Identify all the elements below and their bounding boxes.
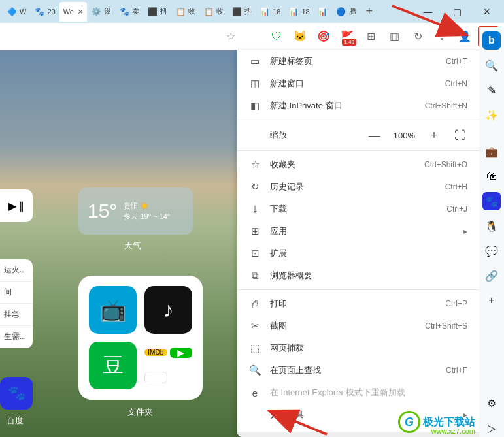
menu-print[interactable]: ⎙打印Ctrl+P <box>237 293 479 315</box>
link-icon[interactable]: 🔗 <box>482 267 501 285</box>
zoom-in-button[interactable]: + <box>427 128 441 142</box>
print-icon: ⎙ <box>249 299 261 310</box>
share-icon[interactable]: ⇪ <box>431 26 452 47</box>
menu-new-inprivate[interactable]: ◧新建 InPrivate 窗口Ctrl+Shift+N <box>237 95 479 117</box>
sidebar-collapse-icon[interactable]: ▷ <box>482 419 501 437</box>
star-icon[interactable]: ☆ <box>220 26 241 47</box>
settings-menu: ▭新建标签页Ctrl+T ◫新建窗口Ctrl+N ◧新建 InPrivate 窗… <box>237 50 479 437</box>
tab[interactable]: 📊 <box>314 2 332 22</box>
app-group[interactable]: IMDb ▶ ▶ <box>144 342 192 389</box>
list-item[interactable]: 挂急 <box>0 304 33 326</box>
app-douban[interactable]: 豆 <box>89 342 137 389</box>
tab[interactable]: 🐾20 <box>30 2 59 22</box>
extension-icon: ⊡ <box>249 248 261 259</box>
menu-browser-overview[interactable]: ⧉浏览器概要 <box>237 265 479 287</box>
menu-new-tab[interactable]: ▭新建标签页Ctrl+T <box>237 50 479 73</box>
baidu-label: 百度 <box>7 415 24 427</box>
menu-favorites[interactable]: ☆收藏夹Ctrl+Shift+O <box>237 154 479 176</box>
window-icon: ◫ <box>249 78 261 89</box>
briefcase-icon[interactable]: 💼 <box>482 142 501 161</box>
sidebar-plus-button[interactable]: + <box>482 291 501 310</box>
baidu-app-icon[interactable]: 🐾 <box>0 377 33 410</box>
sparkle-icon[interactable]: ✨ <box>482 106 501 124</box>
tab[interactable]: 🔷W <box>3 2 30 22</box>
tab[interactable]: 🐾卖 <box>115 2 143 22</box>
collections-icon[interactable]: ▥ <box>384 26 405 47</box>
tab[interactable]: 🔵腾 <box>332 2 360 22</box>
zoom-out-button[interactable]: — <box>367 128 382 142</box>
history-toolbar-icon[interactable]: ↻ <box>407 26 428 47</box>
extensions-icon[interactable]: ⊞ <box>360 26 381 47</box>
news-widget[interactable]: 运火.. 间 挂急 生需... <box>0 259 33 348</box>
bing-icon[interactable]: b <box>482 31 501 50</box>
new-tab-button[interactable]: + <box>360 3 378 21</box>
media-widget[interactable]: ▶ ∥ <box>0 189 33 222</box>
download-icon: ⭳ <box>249 204 261 215</box>
menu-extensions[interactable]: ⊡扩展 <box>237 242 479 265</box>
chevron-right-icon: ▸ <box>463 227 467 236</box>
minimize-button[interactable]: — <box>413 2 443 22</box>
menu-downloads[interactable]: ⭳下载Ctrl+J <box>237 198 479 220</box>
menu-web-capture[interactable]: ⬚网页捕获 <box>237 337 479 359</box>
tab[interactable]: ⬛抖 <box>227 2 256 22</box>
compose-icon[interactable]: ✎ <box>482 81 501 99</box>
flag-icon[interactable]: 🚩1.40 <box>337 26 358 47</box>
search-icon[interactable]: 🔍 <box>482 56 501 74</box>
watermark-logo: G <box>398 411 420 433</box>
zoom-value: 100% <box>394 131 415 140</box>
edge-sidebar: b 🔍 ✎ ✨ 💼 🛍 🐾 🐧 💬 🔗 + ⚙ ▷ <box>479 27 504 437</box>
chat-icon[interactable]: 💬 <box>482 242 501 260</box>
list-item[interactable]: 间 <box>0 282 33 304</box>
pulse-icon: ⧉ <box>249 270 261 282</box>
tab[interactable]: 📊18 <box>284 2 313 22</box>
menu-new-window[interactable]: ◫新建窗口Ctrl+N <box>237 73 479 95</box>
tab[interactable]: 📋收 <box>171 2 199 22</box>
menu-ie-mode: e在 Internet Explorer 模式下重新加载 <box>237 381 479 404</box>
history-icon: ↻ <box>249 181 261 193</box>
sidebar-settings-icon[interactable]: ⚙ <box>482 394 501 412</box>
find-icon: 🔍 <box>249 364 261 376</box>
list-item[interactable]: 生需... <box>0 326 33 348</box>
shopping-icon[interactable]: 🛍 <box>482 167 501 186</box>
menu-zoom: 缩放 — 100% + ⛶ <box>237 123 479 148</box>
toolbar: ☆ 🛡 🐱 🎯 🚩1.40 ⊞ ▥ ↻ ⇪ 👤 ⋯ <box>0 23 504 50</box>
ie-icon: e <box>249 387 261 398</box>
target-icon[interactable]: 🎯 <box>313 26 334 47</box>
temperature: 15° <box>88 200 117 222</box>
tab[interactable]: ⬛抖 <box>143 2 171 22</box>
close-window-button[interactable]: ✕ <box>472 2 501 22</box>
menu-find[interactable]: 🔍在页面上查找Ctrl+F <box>237 359 479 381</box>
cat-icon[interactable]: 🐱 <box>290 26 311 47</box>
fullscreen-button[interactable]: ⛶ <box>453 128 467 142</box>
screenshot-icon: ✂ <box>249 320 261 332</box>
inprivate-icon: ◧ <box>249 100 261 112</box>
qq-icon[interactable]: 🐧 <box>482 217 501 235</box>
weather-widget[interactable]: 15° 贵阳 ☀️ 多云 19° ~ 14° <box>78 187 193 235</box>
watermark: G 极光下载站 www.xz7.com <box>398 411 475 433</box>
tab-icon: ▭ <box>249 56 261 67</box>
baidu-sb-icon[interactable]: 🐾 <box>482 192 501 210</box>
capture-icon: ⬚ <box>249 342 261 354</box>
close-icon[interactable]: × <box>78 7 83 17</box>
apps-icon: ⊞ <box>249 225 261 237</box>
weather-label: 天气 <box>124 240 141 251</box>
tab[interactable]: 📊18 <box>256 2 284 22</box>
profile-icon[interactable]: 👤 <box>454 26 475 47</box>
maximize-button[interactable]: ▢ <box>443 2 472 22</box>
app-douyin[interactable]: ♪ <box>144 286 192 334</box>
tab[interactable]: ⚙️设 <box>87 2 115 22</box>
tab[interactable]: 📋收 <box>199 2 227 22</box>
folder-widget[interactable]: 📺 ♪ 豆 IMDb ▶ ▶ <box>78 276 203 400</box>
menu-apps[interactable]: ⊞应用▸ <box>237 220 479 242</box>
tab-bar: 🔷W 🐾20 We× ⚙️设 🐾卖 ⬛抖 📋收 📋收 ⬛抖 📊18 📊18 📊 … <box>0 0 504 23</box>
tab-active[interactable]: We× <box>59 2 88 22</box>
menu-screenshot[interactable]: ✂截图Ctrl+Shift+S <box>237 315 479 337</box>
app-bilibili[interactable]: 📺 <box>89 286 137 334</box>
star-icon: ☆ <box>249 159 261 170</box>
list-item[interactable]: 运火.. <box>0 259 33 282</box>
menu-history[interactable]: ↻历史记录Ctrl+H <box>237 176 479 198</box>
shield-icon[interactable]: 🛡 <box>266 26 287 47</box>
folder-label: 文件夹 <box>127 406 153 418</box>
